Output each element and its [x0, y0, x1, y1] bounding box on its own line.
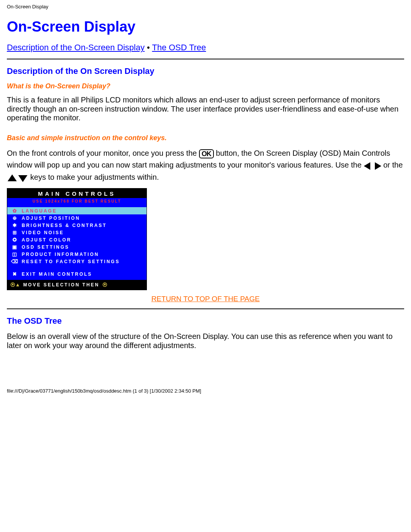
- p2-part-a: On the front controls of your monitor, o…: [7, 149, 199, 157]
- osd-menu-list: ✿LANGUAGE⊕ADJUST POSITION✱BRIGHTNESS & C…: [7, 206, 147, 280]
- osd-item-icon: ✱: [10, 222, 19, 228]
- nav-link-osd-tree[interactable]: The OSD Tree: [152, 43, 206, 52]
- svg-marker-1: [375, 162, 381, 170]
- svg-marker-2: [8, 174, 17, 181]
- osd-item-icon: ◫: [10, 251, 19, 257]
- osd-item-icon: ⌫: [10, 259, 19, 264]
- osd-item-icon: ⊕: [10, 215, 19, 221]
- osd-item-icon: ✿: [10, 208, 19, 214]
- osd-item-label: BRIGHTNESS & CONTRAST: [22, 223, 107, 228]
- osd-item-label: OSD SETTINGS: [22, 244, 69, 250]
- osd-panel-header: MAIN CONTROLS: [7, 189, 147, 198]
- osd-item-label: ADJUST POSITION: [22, 216, 80, 221]
- osd-exit-item[interactable]: ✖EXIT MAIN CONTROLS: [7, 270, 147, 278]
- osd-menu-item[interactable]: ◫PRODUCT INFORMATION: [7, 251, 147, 258]
- paragraph-osd-tree: Below is an overall view of the structur…: [7, 332, 404, 350]
- osd-menu-item[interactable]: ✿LANGUAGE: [7, 207, 147, 214]
- osd-item-label: LANGUAGE: [22, 208, 57, 214]
- subhead-control-keys: Basic and simple instruction on the cont…: [7, 134, 404, 142]
- nav-link-description[interactable]: Description of the On-Screen Display: [7, 43, 145, 52]
- osd-panel-footer: ⦿▲ MOVE SELECTION THEN ⦿: [7, 280, 147, 290]
- section-osd-tree-heading: The OSD Tree: [7, 316, 404, 326]
- divider: [7, 308, 404, 309]
- osd-menu-item[interactable]: ⊞VIDEO NOISE: [7, 229, 147, 236]
- left-right-arrow-icon: [364, 160, 381, 171]
- osd-footer-icons: ⦿▲: [10, 282, 20, 288]
- doc-header-title: On-Screen Display: [0, 0, 411, 12]
- footer-file-path: file:///D|/Grace/03771/english/150b3mq/o…: [0, 373, 411, 398]
- page-content: On-Screen Display Description of the On-…: [0, 19, 411, 373]
- osd-item-label: RESET TO FACTORY SETTINGS: [22, 259, 120, 264]
- ok-button-icon: OK: [199, 149, 214, 158]
- osd-menu-item[interactable]: ⌫RESET TO FACTORY SETTINGS: [7, 258, 147, 265]
- top-nav: Description of the On-Screen Display • T…: [7, 43, 404, 53]
- osd-item-icon: ✪: [10, 237, 19, 243]
- p2-part-c: or the: [383, 161, 403, 169]
- page-title: On-Screen Display: [7, 19, 404, 35]
- osd-menu-item[interactable]: ✪ADJUST COLOR: [7, 236, 147, 243]
- return-to-top: RETURN TO TOP OF THE PAGE: [7, 295, 404, 303]
- p2-part-d: keys to make your adjustments within.: [30, 173, 159, 181]
- osd-item-label: EXIT MAIN CONTROLS: [22, 272, 92, 277]
- osd-item-icon: ▣: [10, 244, 19, 250]
- paragraph-control-keys: On the front controls of your monitor, o…: [7, 147, 404, 184]
- svg-marker-3: [18, 175, 27, 182]
- osd-menu-item[interactable]: ▣OSD SETTINGS: [7, 243, 147, 251]
- osd-menu-item[interactable]: ⊕ADJUST POSITION: [7, 214, 147, 222]
- osd-item-label: ADJUST COLOR: [22, 237, 72, 243]
- subhead-what-is-osd: What is the On-Screen Display?: [7, 82, 404, 90]
- osd-item-label: VIDEO NOISE: [22, 230, 64, 235]
- osd-item-icon: ✖: [10, 271, 19, 277]
- section-description-heading: Description of the On Screen Display: [7, 66, 404, 76]
- osd-panel-banner: USE 1024x768 FOR BEST RESULT: [7, 198, 147, 206]
- osd-panel: MAIN CONTROLS USE 1024x768 FOR BEST RESU…: [7, 188, 147, 290]
- osd-footer-icon-right: ⦿: [102, 282, 108, 288]
- divider: [7, 59, 404, 59]
- osd-item-icon: ⊞: [10, 230, 19, 235]
- paragraph-osd-intro: This is a feature in all Philips LCD mon…: [7, 96, 404, 123]
- osd-item-label: PRODUCT INFORMATION: [22, 252, 99, 257]
- osd-menu-item[interactable]: ✱BRIGHTNESS & CONTRAST: [7, 222, 147, 229]
- return-to-top-link[interactable]: RETURN TO TOP OF THE PAGE: [151, 295, 260, 303]
- svg-marker-0: [364, 162, 370, 170]
- up-down-arrow-icon: [7, 172, 28, 184]
- nav-separator: •: [147, 43, 150, 52]
- osd-footer-label: MOVE SELECTION THEN: [23, 282, 99, 288]
